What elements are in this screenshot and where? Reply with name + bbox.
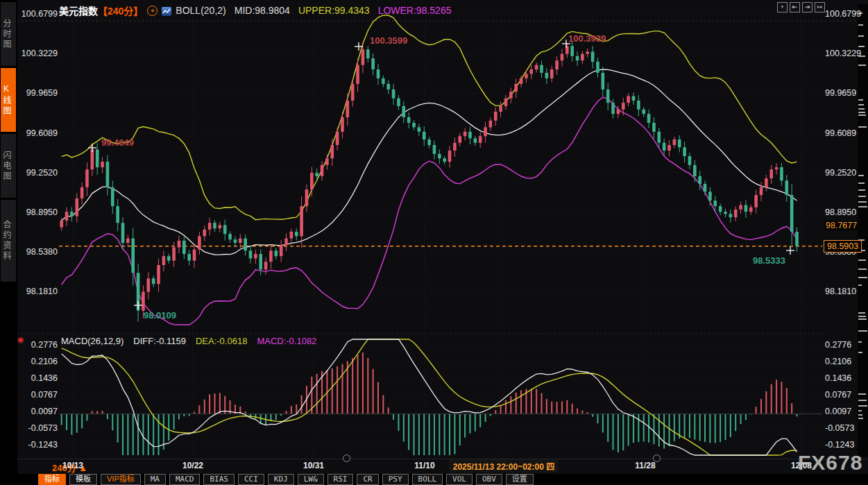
price-tick-left: 100.3229	[20, 49, 58, 58]
indicator-button-设置[interactable]: 设置	[506, 474, 534, 485]
price-tick-left: 99.2520	[20, 168, 58, 178]
date-tick: 11/10	[414, 461, 434, 470]
macd-tick-right: 0.1436	[825, 373, 851, 383]
indicator-button-CR[interactable]: CR	[357, 474, 378, 485]
pan-first-icon[interactable]: ⇤	[790, 2, 800, 12]
bottom-indicator-toolbar: 指标模板VIP指标MAMACDBIASCCIKDJLW&RSICRPSYBOLL…	[0, 474, 868, 485]
selected-bar-timestamp: 2025/11/13 22:00~02:00 四	[449, 459, 559, 473]
macd-tick-left: -0.1243	[20, 440, 58, 450]
indicator-button-模板[interactable]: 模板	[69, 474, 97, 485]
date-tick: 10/22	[182, 461, 203, 470]
indicator-dot-icon[interactable]: ◉	[17, 335, 24, 344]
boll-mid-value: MID:98.9804	[235, 5, 290, 16]
sidebar-item-3[interactable]: 闪电图	[1, 134, 16, 198]
swing-low-label: 98.5333	[753, 255, 785, 266]
indicator-button-CCI[interactable]: CCI	[238, 474, 264, 485]
pan-last-icon[interactable]: ⇥	[802, 2, 812, 12]
macd-tick-right: 0.2776	[825, 340, 851, 350]
macd-tick-left: -0.0573	[20, 423, 58, 433]
boll-label: BOLL(20,2)	[176, 5, 225, 16]
price-tick-right: 99.2520	[825, 168, 856, 178]
macd-tick-right: 0.0767	[825, 390, 851, 400]
left-sidebar: 分时图K线图闪电图合约资料	[0, 0, 17, 485]
kline-chart-icon	[162, 7, 171, 16]
indicator-button-KDJ[interactable]: KDJ	[268, 474, 294, 485]
indicator-button-指标[interactable]: 指标	[38, 474, 66, 485]
trading-terminal: 分时图K线图闪电图合约资料 美元指数 【240分】 + BOLL(20,2) M…	[0, 0, 868, 485]
swing-high-label: 99.4649	[101, 137, 134, 148]
indicator-button-OBV[interactable]: OBV	[476, 474, 502, 485]
price-tick-right: 99.6089	[825, 128, 856, 138]
chart-canvas[interactable]	[0, 0, 868, 485]
pane-resize-handle[interactable]	[653, 454, 661, 462]
price-tick-right: 100.3229	[825, 49, 861, 58]
swing-low-label: 98.0109	[144, 310, 176, 321]
macd-tick-left: 0.1436	[20, 373, 58, 383]
indicator-button-RSI[interactable]: RSI	[327, 474, 354, 485]
indicator-button-MACD[interactable]: MACD	[169, 474, 201, 485]
macd-title: MACD(26,12,9)	[61, 336, 124, 346]
boll-lower-value: LOWER:98.5265	[378, 5, 452, 16]
macd-tick-right: 0.0097	[825, 407, 851, 416]
indicator-button-LW&[interactable]: LW&	[298, 474, 324, 485]
price-tick-left: 99.9659	[20, 88, 58, 98]
indicator-button-BOLL[interactable]: BOLL	[412, 474, 443, 485]
period-label: 【240分】	[98, 3, 143, 17]
price-tick-left: 99.6089	[20, 128, 58, 138]
indicator-button-BIAS[interactable]: BIAS	[203, 474, 235, 485]
price-tick-left: 98.1810	[20, 287, 58, 296]
macd-tick-right: -0.1243	[825, 440, 854, 450]
last-price-label: 98.5903	[824, 240, 862, 253]
boll-upper-value: UPPER:99.4343	[298, 5, 370, 16]
pane-resize-handle[interactable]	[343, 454, 350, 462]
watermark: FX678	[798, 451, 862, 475]
sidebar-item-4[interactable]: 合约资料	[1, 200, 16, 282]
macd-dea-value: DEA:-0.0618	[196, 336, 247, 346]
macd-tick-right: -0.0573	[825, 423, 854, 433]
price-tick-right: 98.8950	[825, 207, 856, 217]
instrument-name: 美元指数	[59, 3, 98, 17]
macd-bar-value: MACD:-0.1082	[257, 336, 316, 346]
sidebar-item-2[interactable]: K线图	[1, 68, 16, 132]
macd-diff-value: DIFF:-0.1159	[133, 336, 186, 346]
indicator-button-MA[interactable]: MA	[144, 474, 166, 485]
macd-tick-left: 0.0097	[20, 407, 58, 416]
add-favorite-icon[interactable]: +	[147, 6, 158, 16]
secondary-price-label: 98.7677	[824, 221, 859, 230]
price-tick-left: 98.8950	[20, 207, 58, 217]
macd-tick-left: 0.2106	[20, 357, 58, 366]
swing-high-label: 100.3599	[370, 35, 407, 46]
macd-tick-left: 0.0767	[20, 390, 58, 400]
macd-tick-left: 0.2776	[20, 340, 58, 350]
chart-header: 美元指数 【240分】 + BOLL(20,2) MID:98.9804 UPP…	[17, 0, 868, 21]
sidebar-item-1[interactable]: 分时图	[1, 2, 16, 66]
macd-header: MACD(26,12,9) DIFF:-0.1159 DEA:-0.0618 M…	[61, 336, 316, 346]
header-toolbar: +⇤⇥↦	[777, 2, 825, 12]
date-tick: 10/31	[303, 461, 324, 470]
macd-tick-right: 0.2106	[825, 357, 851, 366]
date-tick: 11/28	[635, 461, 655, 470]
price-tick-left: 98.5380	[20, 247, 58, 257]
price-tick-right: 99.9659	[825, 88, 856, 98]
price-tick-right: 98.1810	[825, 287, 856, 296]
indicator-button-VIP指标[interactable]: VIP指标	[101, 474, 141, 485]
date-tick: 10/13	[62, 461, 83, 470]
indicator-button-PSY[interactable]: PSY	[382, 474, 409, 485]
crosshair-icon[interactable]: +	[777, 2, 788, 12]
price-scrollbar-strip[interactable]	[858, 4, 868, 457]
indicator-button-VOL[interactable]: VOL	[446, 474, 473, 485]
swing-high-label: 100.3939	[568, 33, 606, 44]
go-latest-icon[interactable]: ↦	[815, 2, 825, 12]
